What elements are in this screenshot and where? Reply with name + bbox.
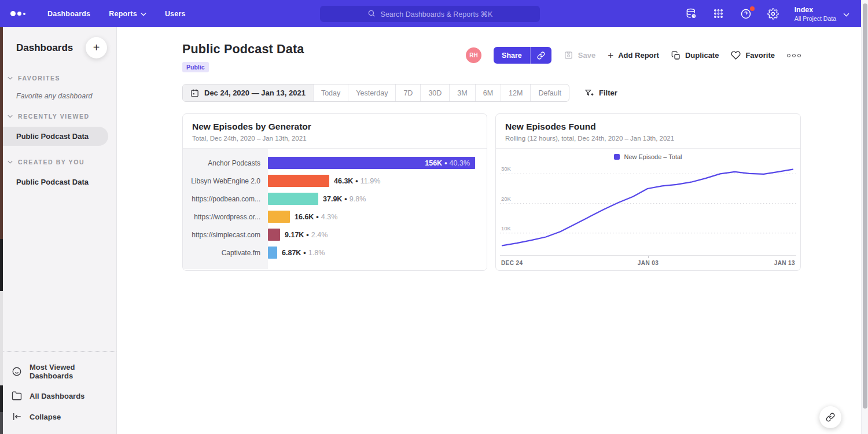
public-badge: Public [182,62,209,72]
chevron-down-icon [8,160,13,164]
section-label: FAVORITES [18,75,60,82]
scrollbar-track [861,0,868,434]
date-range-label: Dec 24, 2020 — Jan 13, 2021 [204,89,306,97]
app-logo[interactable] [10,11,30,16]
add-report-label: Add Report [618,51,659,60]
preset-6m[interactable]: 6M [475,84,501,101]
apps-grid-icon[interactable] [713,8,724,20]
background-window-sliver [0,291,3,385]
nav-item-label: Users [165,10,186,18]
top-nav: DashboardsReportsUsers Search Dashboards… [0,0,861,27]
nav-item-reports[interactable]: Reports [109,10,146,18]
date-range-control: Dec 24, 2020 — Jan 13, 2021 TodayYesterd… [182,84,569,102]
bar-row: https://simplecast.com9.17K•2.4% [183,226,487,244]
floating-link-button[interactable] [819,406,841,428]
nav-item-dashboards[interactable]: Dashboards [47,10,90,18]
section-label: RECENTLY VIEWED [18,113,90,120]
main-content: Public Podcast Data Public RH Share Save… [117,27,861,434]
scrollbar-thumb[interactable] [863,3,867,409]
axis-tick [648,256,649,258]
filter-button[interactable]: Filter [584,89,617,98]
chart-legend: New Episode – Total [496,149,800,161]
x-axis-label: JAN 13 [774,260,795,266]
add-dashboard-button[interactable]: + [86,37,107,58]
background-window-sliver [0,412,3,434]
line-chart: 10K20K30K [500,161,796,255]
share-label: Share [494,47,530,64]
bar[interactable]: 156K•40.3% [268,157,475,169]
sidebar-section-favorites[interactable]: FAVORITES [0,75,116,82]
bar[interactable] [268,229,280,241]
folder-icon [12,391,22,401]
sidebar-section-created-by-you[interactable]: CREATED BY YOU [0,159,116,165]
preset-default[interactable]: Default [530,84,569,101]
sidebar-item-public-podcast-data[interactable]: Public Podcast Data [0,172,116,192]
bar[interactable] [268,211,290,223]
bar[interactable] [268,193,318,205]
duplicate-label: Duplicate [685,51,719,60]
chevron-down-icon [843,9,849,19]
bar-value-label: 16.6K•4.3% [295,213,337,221]
more-options-button[interactable] [787,54,801,57]
line-chart-svg: 10K20K30K [500,161,796,253]
heart-icon [731,50,741,60]
duplicate-button[interactable]: Duplicate [671,51,719,60]
bar[interactable] [268,175,329,187]
data-source-icon[interactable] [686,8,697,20]
sidebar-item-public-podcast-data[interactable]: Public Podcast Data [0,127,108,146]
bar-category-label: Captivate.fm [183,249,268,257]
preset-3m[interactable]: 3M [449,84,475,101]
bar[interactable] [268,247,277,259]
footer-item-label: Collapse [30,413,61,421]
chevron-down-icon [8,76,13,80]
calendar-icon [190,89,199,97]
preset-today[interactable]: Today [313,84,348,101]
all-dashboards-button[interactable]: All Dashboards [0,385,116,406]
preset-yesterday[interactable]: Yesterday [348,84,395,101]
project-name: Index [795,6,836,14]
bar-value-label: 6.87K•1.8% [282,249,325,257]
nav-item-label: Dashboards [47,10,90,18]
add-report-button[interactable]: + Add Report [608,50,659,60]
card-new-episodes-by-generator: New Episodes by Generator Total, Dec 24t… [182,113,487,271]
collapse-sidebar-button[interactable]: Collapse [0,406,116,427]
search-icon [367,9,376,19]
svg-text:10K: 10K [501,225,512,231]
settings-icon[interactable] [767,8,779,20]
help-icon[interactable] [740,8,752,20]
most-viewed-dashboards-button[interactable]: Most Viewed Dashboards [0,358,116,385]
footer-item-label: All Dashboards [30,392,84,400]
bar-value-label: 9.17K•2.4% [285,231,328,239]
preset-12m[interactable]: 12M [501,84,530,101]
link-icon [826,413,835,422]
avatar[interactable]: RH [466,47,481,63]
nav-item-users[interactable]: Users [165,10,186,18]
chevron-down-icon [141,10,146,18]
bar-row: Libsyn WebEngine 2.046.3K•11.9% [183,172,487,190]
card-new-episodes-found: New Episodes Found Rolling (12 hours), t… [495,113,801,271]
x-axis-label: DEC 24 [501,260,523,266]
sidebar-footer: Most Viewed Dashboards All Dashboards Co… [0,351,116,434]
preset-30d[interactable]: 30D [420,84,449,101]
legend-label: New Episode – Total [624,153,682,160]
search-input[interactable]: Search Dashboards & Reports ⌘K [320,6,540,22]
bar-category-label: https://wordpress.or... [183,213,268,221]
svg-text:20K: 20K [501,196,512,202]
nav-item-label: Reports [109,10,137,18]
sidebar-title: Dashboards [16,42,73,54]
favorite-button[interactable]: Favorite [731,50,775,60]
date-range-button[interactable]: Dec 24, 2020 — Jan 13, 2021 [183,84,313,101]
project-selector[interactable]: Index All Project Data [795,6,849,22]
share-button[interactable]: Share [494,47,551,64]
sidebar-section-recently-viewed[interactable]: RECENTLY VIEWED [0,113,116,120]
save-label: Save [578,51,595,60]
share-link-icon[interactable] [531,47,551,64]
background-window-sliver [0,385,3,412]
bar-chart: Anchor Podcasts156K•40.3%Libsyn WebEngin… [183,149,487,269]
bar-row: https://wordpress.or...16.6K•4.3% [183,208,487,226]
bar-row: Anchor Podcasts156K•40.3% [183,154,487,172]
preset-7d[interactable]: 7D [395,84,420,101]
chevron-down-icon [8,115,13,118]
save-button[interactable]: Save [564,50,595,60]
line-series[interactable] [502,170,793,246]
